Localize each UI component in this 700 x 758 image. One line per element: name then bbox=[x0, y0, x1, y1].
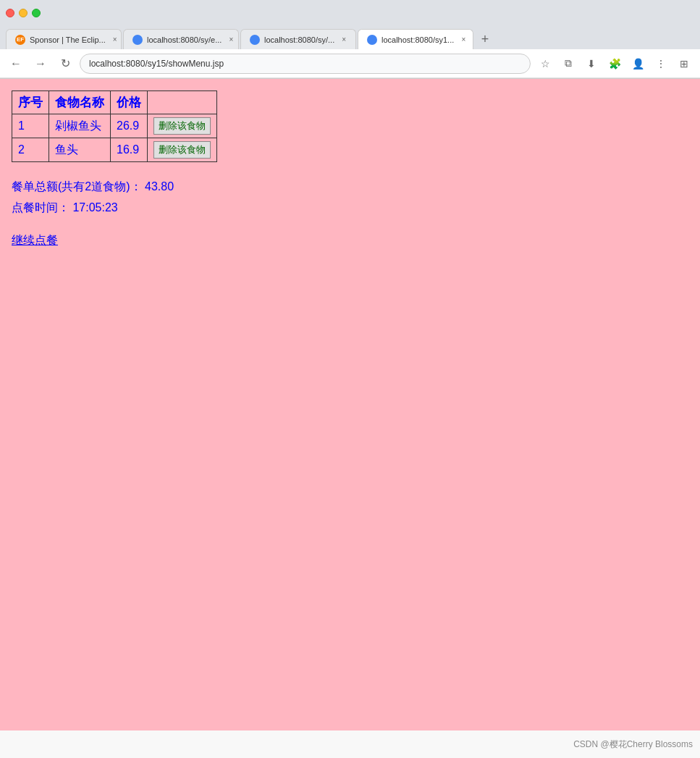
profile-button[interactable]: 👤 bbox=[628, 54, 648, 74]
close-button[interactable] bbox=[6, 9, 14, 17]
tab-close-2[interactable]: × bbox=[226, 35, 236, 45]
cell-name-1: 剁椒鱼头 bbox=[49, 114, 111, 138]
tab-label-2: localhost:8080/sy/e... bbox=[147, 35, 222, 44]
tab-favicon-3 bbox=[250, 35, 260, 45]
cell-price-1: 26.9 bbox=[111, 114, 148, 138]
table-row: 2 鱼头 16.9 删除该食物 bbox=[12, 138, 217, 162]
tab-close-4[interactable]: × bbox=[458, 35, 468, 45]
nav-bar: ← → ↻ localhost:8080/sy15/showMenu.jsp ☆… bbox=[0, 49, 700, 78]
summary-time: 点餐时间： 17:05:23 bbox=[12, 198, 688, 219]
delete-button-1[interactable]: 删除该食物 bbox=[153, 117, 211, 135]
window-controls bbox=[6, 9, 41, 17]
new-tab-button[interactable]: + bbox=[475, 29, 495, 49]
tabs-bar: EF Sponsor | The Eclip... × localhost:80… bbox=[0, 26, 700, 49]
browser-chrome: EF Sponsor | The Eclip... × localhost:80… bbox=[0, 0, 700, 79]
address-bar[interactable]: localhost:8080/sy15/showMenu.jsp bbox=[80, 54, 531, 74]
title-bar bbox=[0, 0, 700, 26]
col-header-price: 价格 bbox=[111, 91, 148, 114]
cell-index-2: 2 bbox=[12, 138, 49, 162]
tab-localhost-1[interactable]: localhost:8080/sy/e... × bbox=[123, 29, 239, 49]
tab-label-3: localhost:8080/sy/... bbox=[264, 35, 334, 44]
sidebar-button[interactable]: ⊞ bbox=[674, 54, 694, 74]
tab-favicon-2 bbox=[132, 35, 143, 45]
tab-close-1[interactable]: × bbox=[110, 35, 120, 45]
forward-button[interactable]: → bbox=[30, 54, 51, 74]
bookmark-star-button[interactable]: ☆ bbox=[535, 54, 555, 74]
menu-table: 序号 食物名称 价格 1 剁椒鱼头 26.9 删除该食物 2 鱼头 16.9 删… bbox=[12, 90, 217, 162]
tab-view-button[interactable]: ⧉ bbox=[558, 54, 578, 74]
nav-icons: ☆ ⧉ ⬇ 🧩 👤 ⋮ ⊞ bbox=[535, 54, 694, 74]
cell-index-1: 1 bbox=[12, 114, 49, 138]
page-content: 序号 食物名称 价格 1 剁椒鱼头 26.9 删除该食物 2 鱼头 16.9 删… bbox=[0, 79, 700, 730]
table-header-row: 序号 食物名称 价格 bbox=[12, 91, 217, 114]
tab-close-3[interactable]: × bbox=[339, 35, 349, 45]
reload-button[interactable]: ↻ bbox=[55, 54, 75, 74]
cell-price-2: 16.9 bbox=[111, 138, 148, 162]
tab-label-4: localhost:8080/sy1... bbox=[381, 35, 454, 44]
table-row: 1 剁椒鱼头 26.9 删除该食物 bbox=[12, 114, 217, 138]
tab-localhost-2[interactable]: localhost:8080/sy/... × bbox=[240, 29, 356, 49]
continue-link[interactable]: 继续点餐 bbox=[12, 234, 58, 246]
summary-total: 餐单总额(共有2道食物)： 43.80 bbox=[12, 177, 688, 198]
cell-action-1: 删除该食物 bbox=[148, 114, 217, 138]
tab-sponsor[interactable]: EF Sponsor | The Eclip... × bbox=[6, 29, 122, 49]
back-button[interactable]: ← bbox=[6, 54, 26, 74]
tab-localhost-3[interactable]: localhost:8080/sy1... × bbox=[358, 29, 473, 49]
address-text: localhost:8080/sy15/showMenu.jsp bbox=[89, 59, 224, 69]
save-page-button[interactable]: ⬇ bbox=[581, 54, 602, 74]
col-header-index: 序号 bbox=[12, 91, 49, 114]
minimize-button[interactable] bbox=[19, 9, 28, 17]
tab-favicon-1: EF bbox=[15, 35, 25, 45]
tab-favicon-4 bbox=[367, 35, 377, 45]
extensions-button[interactable]: 🧩 bbox=[604, 54, 625, 74]
summary: 餐单总额(共有2道食物)： 43.80 点餐时间： 17:05:23 bbox=[12, 177, 688, 219]
cell-name-2: 鱼头 bbox=[49, 138, 111, 162]
col-header-action bbox=[148, 91, 217, 114]
cell-action-2: 删除该食物 bbox=[148, 138, 217, 162]
maximize-button[interactable] bbox=[32, 9, 41, 17]
tab-label-1: Sponsor | The Eclip... bbox=[30, 35, 106, 44]
more-options-button[interactable]: ⋮ bbox=[651, 54, 671, 74]
col-header-name: 食物名称 bbox=[49, 91, 111, 114]
delete-button-2[interactable]: 删除该食物 bbox=[153, 141, 211, 159]
